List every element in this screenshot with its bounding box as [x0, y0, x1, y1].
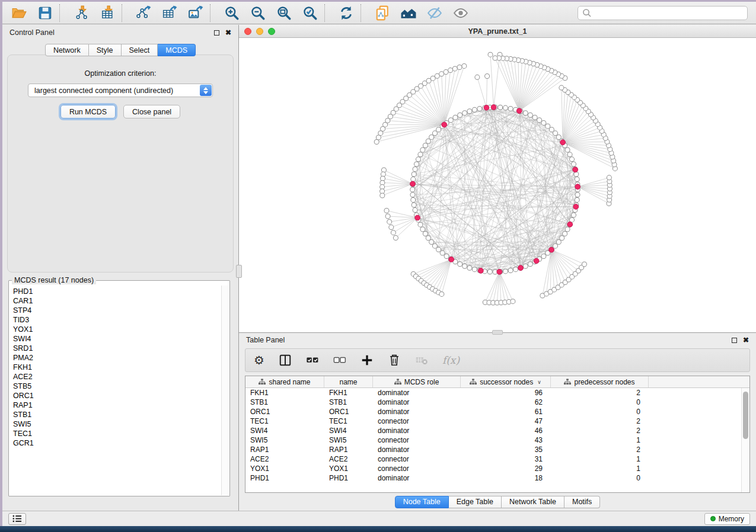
- cell[interactable]: 62: [461, 398, 551, 407]
- graph-hub-node[interactable]: [567, 222, 573, 227]
- result-scrollbar[interactable]: [221, 286, 229, 495]
- mcds-result-item[interactable]: STP4: [13, 306, 221, 315]
- close-table-panel-icon[interactable]: ✖: [743, 336, 749, 344]
- graph-node[interactable]: [607, 175, 611, 180]
- graph-node[interactable]: [444, 254, 449, 258]
- graph-node[interactable]: [411, 197, 416, 202]
- cell[interactable]: SWI4: [245, 426, 324, 435]
- cell[interactable]: 18: [461, 473, 551, 483]
- cell[interactable]: TEC1: [324, 416, 373, 426]
- cell[interactable]: 2: [551, 426, 649, 435]
- graph-hub-node[interactable]: [575, 184, 580, 190]
- graph-node[interactable]: [575, 197, 579, 202]
- mcds-result-item[interactable]: TEC1: [13, 429, 221, 438]
- graph-node[interactable]: [546, 124, 550, 129]
- graph-hub-node[interactable]: [478, 268, 483, 273]
- mcds-result-item[interactable]: SRD1: [13, 344, 221, 353]
- cell[interactable]: ORC1: [324, 407, 373, 416]
- graph-hub-node[interactable]: [497, 269, 502, 274]
- cell[interactable]: TEC1: [245, 416, 324, 426]
- search-box[interactable]: [578, 6, 748, 20]
- tab-node-table[interactable]: Node Table: [395, 496, 449, 508]
- export-table-icon[interactable]: [157, 4, 183, 23]
- graph-node[interactable]: [563, 231, 567, 236]
- tab-network[interactable]: Network: [45, 44, 89, 56]
- graph-node[interactable]: [436, 247, 441, 252]
- graph-node[interactable]: [393, 236, 398, 241]
- vertical-splitter-grip[interactable]: [236, 265, 242, 278]
- graph-node[interactable]: [488, 52, 493, 57]
- close-panel-button[interactable]: Close panel: [123, 105, 180, 118]
- graph-hub-node[interactable]: [549, 247, 554, 252]
- mcds-result-item[interactable]: PHD1: [13, 287, 221, 296]
- graph-node[interactable]: [541, 121, 546, 126]
- graph-node[interactable]: [541, 254, 546, 258]
- columns-icon[interactable]: [279, 353, 292, 367]
- zoom-out-icon[interactable]: [245, 4, 271, 23]
- graph-node[interactable]: [560, 236, 564, 241]
- tab-edge-table[interactable]: Edge Table: [449, 496, 502, 508]
- task-history-button[interactable]: [8, 513, 26, 525]
- graph-node[interactable]: [528, 262, 532, 267]
- cell[interactable]: dominator: [373, 445, 461, 454]
- cell[interactable]: connector: [373, 435, 461, 445]
- cell[interactable]: FKH1: [324, 388, 373, 398]
- cell[interactable]: dominator: [373, 407, 461, 416]
- graph-node[interactable]: [487, 270, 492, 274]
- mcds-result-item[interactable]: STB5: [13, 382, 221, 391]
- graph-node[interactable]: [453, 115, 458, 120]
- cell[interactable]: 47: [461, 416, 551, 426]
- zoom-fit-icon[interactable]: [271, 4, 297, 23]
- mcds-result-item[interactable]: CAR1: [13, 296, 221, 306]
- graph-hub-node[interactable]: [573, 204, 579, 209]
- cell[interactable]: 61: [461, 407, 551, 416]
- cell[interactable]: 46: [461, 426, 551, 435]
- search-input[interactable]: [594, 9, 747, 17]
- graph-node[interactable]: [472, 267, 477, 272]
- cell[interactable]: 96: [461, 388, 551, 398]
- mcds-result-item[interactable]: ACE2: [13, 372, 221, 382]
- refresh-icon[interactable]: [333, 4, 359, 23]
- cell[interactable]: ACE2: [324, 454, 373, 464]
- cell[interactable]: 1: [551, 435, 649, 445]
- table-row[interactable]: STB1STB1dominator620: [245, 398, 749, 407]
- graph-node[interactable]: [477, 106, 482, 111]
- graph-node[interactable]: [462, 63, 467, 68]
- import-network-icon[interactable]: [68, 4, 94, 23]
- gear-icon[interactable]: ⚙: [254, 353, 264, 367]
- show-eye-icon[interactable]: [448, 4, 474, 23]
- cell[interactable]: SWI5: [245, 435, 324, 445]
- cell[interactable]: dominator: [373, 473, 461, 483]
- graph-node[interactable]: [440, 251, 445, 255]
- tab-mcds[interactable]: MCDS: [158, 44, 196, 56]
- mcds-result-item[interactable]: GCR1: [13, 438, 221, 448]
- graph-node[interactable]: [413, 208, 417, 213]
- table-row[interactable]: SWI5SWI5connector431: [245, 435, 749, 445]
- graph-node[interactable]: [575, 177, 579, 182]
- graph-node[interactable]: [385, 214, 390, 219]
- graph-hub-node[interactable]: [449, 257, 454, 262]
- graph-node[interactable]: [528, 113, 532, 117]
- graph-hub-node[interactable]: [516, 108, 522, 114]
- cell[interactable]: SWI5: [324, 435, 373, 445]
- cell[interactable]: YOX1: [245, 464, 324, 473]
- graph-node[interactable]: [429, 240, 434, 245]
- graph-node[interactable]: [513, 267, 518, 272]
- cell[interactable]: 31: [461, 454, 551, 464]
- graph-node[interactable]: [429, 134, 434, 139]
- graph-node[interactable]: [444, 70, 448, 75]
- graph-node[interactable]: [467, 109, 472, 114]
- graph-node[interactable]: [412, 203, 416, 207]
- table-row[interactable]: PHD1PHD1dominator180: [245, 473, 749, 483]
- network-canvas[interactable]: [239, 38, 756, 332]
- graph-node[interactable]: [420, 227, 425, 232]
- graph-node[interactable]: [553, 243, 558, 248]
- cell[interactable]: dominator: [373, 426, 461, 435]
- mcds-result-item[interactable]: STB1: [13, 410, 221, 419]
- cell[interactable]: RAP1: [324, 445, 373, 454]
- tab-motifs[interactable]: Motifs: [564, 496, 600, 508]
- graph-node[interactable]: [559, 85, 564, 90]
- graph-node[interactable]: [508, 106, 513, 111]
- graph-node[interactable]: [567, 152, 572, 157]
- graph-node[interactable]: [571, 213, 576, 217]
